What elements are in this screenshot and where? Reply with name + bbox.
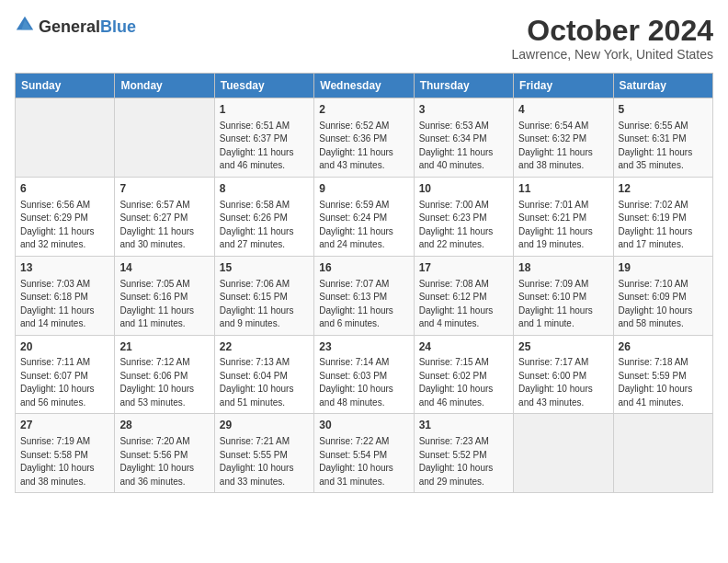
day-number: 2 — [319, 102, 408, 118]
calendar-cell: 18Sunrise: 7:09 AMSunset: 6:10 PMDayligh… — [514, 256, 613, 335]
day-number: 10 — [419, 181, 508, 197]
day-number: 16 — [319, 260, 408, 276]
day-info: Sunrise: 7:00 AMSunset: 6:23 PMDaylight:… — [419, 199, 508, 252]
day-info: Sunrise: 6:51 AMSunset: 6:37 PMDaylight:… — [220, 120, 309, 173]
calendar-cell: 19Sunrise: 7:10 AMSunset: 6:09 PMDayligh… — [613, 256, 712, 335]
day-info: Sunrise: 6:54 AMSunset: 6:32 PMDaylight:… — [518, 120, 608, 173]
day-info: Sunrise: 7:19 AMSunset: 5:58 PMDaylight:… — [20, 435, 109, 488]
calendar-cell — [115, 98, 214, 178]
day-info: Sunrise: 6:52 AMSunset: 6:36 PMDaylight:… — [319, 120, 408, 173]
calendar-cell — [514, 414, 613, 493]
calendar-cell: 23Sunrise: 7:14 AMSunset: 6:03 PMDayligh… — [314, 335, 414, 414]
weekday-header-friday: Friday — [514, 74, 613, 98]
day-info: Sunrise: 7:15 AMSunset: 6:02 PMDaylight:… — [419, 356, 508, 409]
calendar-cell: 31Sunrise: 7:23 AMSunset: 5:52 PMDayligh… — [414, 414, 513, 493]
day-info: Sunrise: 7:06 AMSunset: 6:15 PMDaylight:… — [220, 278, 309, 331]
day-info: Sunrise: 7:09 AMSunset: 6:10 PMDaylight:… — [518, 278, 608, 331]
day-info: Sunrise: 7:11 AMSunset: 6:07 PMDaylight:… — [20, 356, 109, 409]
day-number: 12 — [619, 181, 708, 197]
day-number: 24 — [419, 339, 508, 355]
day-number: 8 — [220, 181, 309, 197]
day-number: 5 — [619, 102, 708, 118]
day-number: 3 — [419, 102, 508, 118]
day-info: Sunrise: 7:23 AMSunset: 5:52 PMDaylight:… — [419, 435, 508, 488]
day-info: Sunrise: 7:10 AMSunset: 6:09 PMDaylight:… — [619, 278, 708, 331]
calendar-cell: 1Sunrise: 6:51 AMSunset: 6:37 PMDaylight… — [214, 98, 313, 178]
calendar-cell: 24Sunrise: 7:15 AMSunset: 6:02 PMDayligh… — [414, 335, 513, 414]
calendar-cell: 9Sunrise: 6:59 AMSunset: 6:24 PMDaylight… — [314, 177, 414, 256]
calendar-cell: 11Sunrise: 7:01 AMSunset: 6:21 PMDayligh… — [514, 177, 613, 256]
day-info: Sunrise: 6:59 AMSunset: 6:24 PMDaylight:… — [319, 199, 408, 252]
calendar-header: SundayMondayTuesdayWednesdayThursdayFrid… — [16, 74, 713, 98]
day-info: Sunrise: 6:55 AMSunset: 6:31 PMDaylight:… — [619, 120, 708, 173]
calendar-cell: 27Sunrise: 7:19 AMSunset: 5:58 PMDayligh… — [16, 414, 115, 493]
day-info: Sunrise: 7:22 AMSunset: 5:54 PMDaylight:… — [319, 435, 408, 488]
day-number: 7 — [119, 181, 209, 197]
calendar-cell: 2Sunrise: 6:52 AMSunset: 6:36 PMDaylight… — [314, 98, 414, 178]
calendar-cell: 3Sunrise: 6:53 AMSunset: 6:34 PMDaylight… — [414, 98, 513, 178]
day-info: Sunrise: 7:08 AMSunset: 6:12 PMDaylight:… — [419, 278, 508, 331]
calendar-table: SundayMondayTuesdayWednesdayThursdayFrid… — [15, 73, 713, 493]
calendar-week-1: 1Sunrise: 6:51 AMSunset: 6:37 PMDaylight… — [16, 98, 713, 178]
day-info: Sunrise: 7:05 AMSunset: 6:16 PMDaylight:… — [119, 278, 209, 331]
calendar-body: 1Sunrise: 6:51 AMSunset: 6:37 PMDaylight… — [16, 98, 713, 493]
calendar-cell: 17Sunrise: 7:08 AMSunset: 6:12 PMDayligh… — [414, 256, 513, 335]
calendar-cell: 28Sunrise: 7:20 AMSunset: 5:56 PMDayligh… — [115, 414, 214, 493]
weekday-header-wednesday: Wednesday — [314, 74, 414, 98]
calendar-cell: 29Sunrise: 7:21 AMSunset: 5:55 PMDayligh… — [214, 414, 313, 493]
weekday-header-sunday: Sunday — [16, 74, 115, 98]
calendar-cell: 12Sunrise: 7:02 AMSunset: 6:19 PMDayligh… — [613, 177, 712, 256]
title-block: October 2024 Lawrence, New York, United … — [512, 15, 713, 62]
calendar-cell: 5Sunrise: 6:55 AMSunset: 6:31 PMDaylight… — [613, 98, 712, 178]
calendar-week-2: 6Sunrise: 6:56 AMSunset: 6:29 PMDaylight… — [16, 177, 713, 256]
logo: GeneralBlue — [15, 15, 136, 39]
day-number: 19 — [619, 260, 708, 276]
weekday-header-thursday: Thursday — [414, 74, 513, 98]
calendar-cell: 15Sunrise: 7:06 AMSunset: 6:15 PMDayligh… — [214, 256, 313, 335]
day-number: 30 — [319, 418, 408, 433]
weekday-header-monday: Monday — [115, 74, 214, 98]
calendar-cell: 21Sunrise: 7:12 AMSunset: 6:06 PMDayligh… — [115, 335, 214, 414]
calendar-cell — [613, 414, 712, 493]
calendar-cell: 20Sunrise: 7:11 AMSunset: 6:07 PMDayligh… — [16, 335, 115, 414]
day-number: 23 — [319, 339, 408, 355]
day-info: Sunrise: 7:18 AMSunset: 5:59 PMDaylight:… — [619, 356, 708, 409]
day-info: Sunrise: 7:01 AMSunset: 6:21 PMDaylight:… — [518, 199, 608, 252]
weekday-header-saturday: Saturday — [613, 74, 712, 98]
calendar-cell: 4Sunrise: 6:54 AMSunset: 6:32 PMDaylight… — [514, 98, 613, 178]
page-header: GeneralBlue October 2024 Lawrence, New Y… — [15, 15, 713, 62]
month-title: October 2024 — [512, 15, 713, 47]
day-info: Sunrise: 6:58 AMSunset: 6:26 PMDaylight:… — [220, 199, 309, 252]
calendar-cell: 16Sunrise: 7:07 AMSunset: 6:13 PMDayligh… — [314, 256, 414, 335]
weekday-row: SundayMondayTuesdayWednesdayThursdayFrid… — [16, 74, 713, 98]
day-info: Sunrise: 7:02 AMSunset: 6:19 PMDaylight:… — [619, 199, 708, 252]
weekday-header-tuesday: Tuesday — [214, 74, 313, 98]
day-number: 18 — [518, 260, 608, 276]
calendar-cell: 25Sunrise: 7:17 AMSunset: 6:00 PMDayligh… — [514, 335, 613, 414]
day-info: Sunrise: 7:20 AMSunset: 5:56 PMDaylight:… — [119, 435, 209, 488]
calendar-cell: 14Sunrise: 7:05 AMSunset: 6:16 PMDayligh… — [115, 256, 214, 335]
day-number: 27 — [20, 418, 109, 433]
day-number: 17 — [419, 260, 508, 276]
day-number: 21 — [119, 339, 209, 355]
day-info: Sunrise: 6:53 AMSunset: 6:34 PMDaylight:… — [419, 120, 508, 173]
day-info: Sunrise: 6:57 AMSunset: 6:27 PMDaylight:… — [119, 199, 209, 252]
day-info: Sunrise: 7:03 AMSunset: 6:18 PMDaylight:… — [20, 278, 109, 331]
day-info: Sunrise: 6:56 AMSunset: 6:29 PMDaylight:… — [20, 199, 109, 252]
day-info: Sunrise: 7:17 AMSunset: 6:00 PMDaylight:… — [518, 356, 608, 409]
day-number: 28 — [119, 418, 209, 433]
day-info: Sunrise: 7:21 AMSunset: 5:55 PMDaylight:… — [220, 435, 309, 488]
calendar-cell: 10Sunrise: 7:00 AMSunset: 6:23 PMDayligh… — [414, 177, 513, 256]
logo-general: GeneralBlue — [39, 18, 136, 36]
day-number: 11 — [518, 181, 608, 197]
day-info: Sunrise: 7:12 AMSunset: 6:06 PMDaylight:… — [119, 356, 209, 409]
day-number: 9 — [319, 181, 408, 197]
location: Lawrence, New York, United States — [512, 47, 713, 62]
calendar-cell: 13Sunrise: 7:03 AMSunset: 6:18 PMDayligh… — [16, 256, 115, 335]
day-number: 13 — [20, 260, 109, 276]
day-number: 4 — [518, 102, 608, 118]
calendar-cell — [16, 98, 115, 178]
calendar-week-5: 27Sunrise: 7:19 AMSunset: 5:58 PMDayligh… — [16, 414, 713, 493]
calendar-cell: 7Sunrise: 6:57 AMSunset: 6:27 PMDaylight… — [115, 177, 214, 256]
day-number: 26 — [619, 339, 708, 355]
